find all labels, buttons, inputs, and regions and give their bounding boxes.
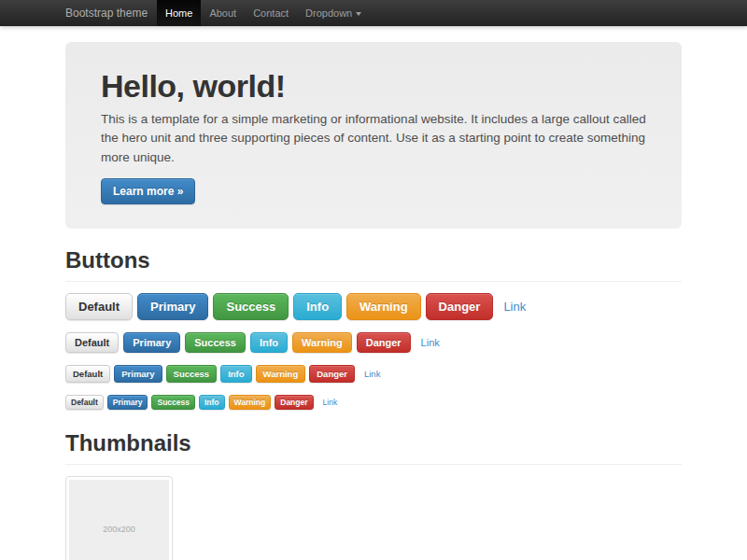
info-button[interactable]: Info (250, 332, 288, 353)
success-button[interactable]: Success (185, 332, 246, 353)
hero-title: Hello, world! (101, 68, 646, 105)
nav-item-home[interactable]: Home (157, 0, 201, 26)
button-row-default: Default Primary Success Info Warning Dan… (65, 332, 682, 353)
link-button-mini[interactable]: Link (317, 398, 338, 407)
nav-item-about[interactable]: About (201, 0, 245, 26)
button-row-mini: Default Primary Success Info Warning Dan… (65, 395, 682, 410)
warning-button-mini[interactable]: Warning (229, 395, 272, 410)
success-button-small[interactable]: Success (166, 365, 218, 383)
link-button-small[interactable]: Link (359, 369, 380, 379)
nav-item-dropdown-label: Dropdown (305, 7, 352, 19)
button-row-small: Default Primary Success Info Warning Dan… (65, 365, 682, 383)
default-button-mini[interactable]: Default (65, 395, 104, 410)
warning-button-large[interactable]: Warning (346, 293, 421, 320)
thumbnail[interactable]: 200x200 (65, 476, 173, 560)
hero-unit: Hello, world! This is a template for a s… (65, 42, 682, 229)
info-button-small[interactable]: Info (220, 365, 251, 383)
link-button-large[interactable]: Link (498, 300, 526, 314)
buttons-heading: Buttons (65, 247, 682, 273)
navbar: Bootstrap theme Home About Contact Dropd… (0, 0, 747, 26)
hero-description: This is a template for a simple marketin… (101, 110, 646, 167)
navbar-container: Bootstrap theme Home About Contact Dropd… (65, 0, 682, 26)
navbar-brand[interactable]: Bootstrap theme (65, 0, 157, 26)
warning-button[interactable]: Warning (292, 332, 352, 353)
success-button-mini[interactable]: Success (151, 395, 195, 410)
button-row-large: Default Primary Success Info Warning Dan… (65, 293, 682, 320)
primary-button-large[interactable]: Primary (137, 293, 208, 320)
danger-button-mini[interactable]: Danger (275, 395, 313, 410)
primary-button-mini[interactable]: Primary (107, 395, 148, 410)
info-button-large[interactable]: Info (293, 293, 342, 320)
buttons-section-header: Buttons (65, 247, 682, 282)
nav-item-dropdown[interactable]: Dropdown (297, 0, 370, 26)
thumbnails-section-header: Thumbnails (65, 430, 682, 465)
warning-button-small[interactable]: Warning (256, 365, 306, 383)
danger-button-large[interactable]: Danger (426, 293, 494, 320)
thumbnail-placeholder-image: 200x200 (69, 480, 169, 560)
primary-button-small[interactable]: Primary (114, 365, 162, 383)
caret-down-icon (356, 12, 361, 16)
nav-item-contact[interactable]: Contact (245, 0, 297, 26)
danger-button-small[interactable]: Danger (309, 365, 355, 383)
default-button-large[interactable]: Default (65, 293, 133, 320)
learn-more-button[interactable]: Learn more » (101, 178, 195, 204)
success-button-large[interactable]: Success (213, 293, 289, 320)
thumbnails-heading: Thumbnails (65, 430, 682, 456)
info-button-mini[interactable]: Info (199, 395, 225, 410)
danger-button[interactable]: Danger (357, 332, 411, 353)
link-button[interactable]: Link (416, 337, 440, 348)
default-button-small[interactable]: Default (65, 365, 110, 383)
default-button[interactable]: Default (65, 332, 119, 353)
primary-button[interactable]: Primary (123, 332, 180, 353)
main-content: Hello, world! This is a template for a s… (65, 42, 682, 560)
